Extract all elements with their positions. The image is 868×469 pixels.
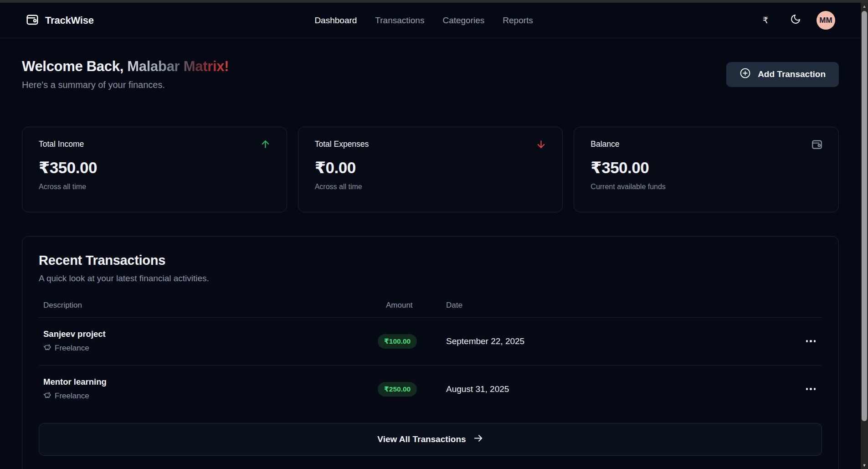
stats-section: Total Income ₹350.00 Across all time Tot… — [22, 127, 839, 212]
row-actions-menu-button[interactable] — [803, 383, 822, 395]
wallet-logo-icon — [26, 13, 39, 28]
transaction-date: September 22, 2025 — [446, 336, 790, 346]
moon-icon — [790, 14, 801, 27]
transaction-description: Mentor learning — [43, 377, 378, 387]
category-label: Freelance — [55, 392, 89, 401]
stat-title: Total Expenses — [315, 139, 546, 149]
stat-card-total-income: Total Income ₹350.00 Across all time — [22, 127, 287, 212]
piggy-bank-icon — [43, 343, 51, 353]
username-gradient: Malabar Matrix! — [127, 58, 229, 74]
piggy-bank-icon — [43, 391, 51, 401]
view-all-label: View All Transactions — [377, 434, 466, 444]
ellipsis-icon — [806, 340, 808, 342]
column-header-amount: Amount — [378, 301, 446, 310]
transaction-description: Sanjeev project — [43, 329, 378, 339]
column-header-date: Date — [446, 301, 790, 310]
column-header-description: Description — [39, 301, 378, 310]
stat-caption: Across all time — [39, 183, 270, 191]
recent-transactions-card: Recent Transactions A quick look at your… — [22, 236, 839, 469]
nav-item-transactions[interactable]: Transactions — [375, 15, 424, 26]
nav-item-reports[interactable]: Reports — [503, 15, 533, 26]
scrollbar[interactable]: ▲ ▼ — [861, 3, 868, 469]
stat-card-total-expenses: Total Expenses ₹0.00 Across all time — [298, 127, 563, 212]
transaction-category: Freelance — [43, 391, 378, 401]
stat-title: Total Income — [39, 139, 270, 149]
top-nav: TrackWise Dashboard Transactions Categor… — [0, 3, 861, 38]
table-row: Sanjeev project Freelance ₹100.00 — [39, 318, 822, 366]
transaction-date: August 31, 2025 — [446, 384, 790, 394]
arrow-right-icon — [473, 433, 483, 446]
header-actions: ₹ MM — [756, 11, 835, 30]
main-content: Welcome Back, Malabar Matrix! Here's a s… — [0, 58, 861, 469]
nav-item-categories[interactable]: Categories — [442, 15, 484, 26]
rupee-icon: ₹ — [763, 15, 768, 26]
transactions-title: Recent Transactions — [39, 253, 822, 268]
stat-card-balance: Balance ₹350.00 Current available funds — [574, 127, 839, 212]
page-subtitle: Here's a summary of your finances. — [22, 80, 229, 90]
row-actions-menu-button[interactable] — [803, 335, 822, 347]
plus-circle-icon — [740, 67, 751, 81]
stat-value: ₹350.00 — [39, 159, 270, 177]
arrow-down-icon — [535, 139, 547, 152]
welcome-section: Welcome Back, Malabar Matrix! Here's a s… — [22, 58, 839, 90]
theme-toggle-button[interactable] — [786, 11, 805, 30]
brand-name: TrackWise — [45, 15, 94, 26]
transactions-table: Description Amount Date Sanjeev project — [39, 301, 822, 413]
category-label: Freelance — [55, 344, 89, 353]
table-row: Mentor learning Freelance ₹250.00 — [39, 366, 822, 413]
stat-value: ₹0.00 — [315, 159, 546, 177]
table-header: Description Amount Date — [39, 301, 822, 318]
wallet-icon — [811, 139, 823, 152]
add-transaction-button[interactable]: Add Transaction — [726, 62, 839, 87]
currency-button[interactable]: ₹ — [756, 11, 775, 30]
greeting-prefix: Welcome Back, — [22, 58, 127, 74]
transactions-subtitle: A quick look at your latest financial ac… — [39, 273, 822, 283]
add-transaction-label: Add Transaction — [758, 69, 826, 79]
stat-caption: Current available funds — [591, 183, 822, 191]
stat-value: ₹350.00 — [591, 159, 822, 177]
scrollbar-up-arrow[interactable]: ▲ — [861, 3, 868, 10]
view-all-transactions-button[interactable]: View All Transactions — [39, 423, 822, 456]
ellipsis-icon — [806, 388, 808, 390]
scrollbar-down-arrow[interactable]: ▼ — [861, 462, 868, 469]
page-title: Welcome Back, Malabar Matrix! — [22, 58, 229, 75]
scrollbar-thumb[interactable] — [862, 11, 867, 421]
transaction-category: Freelance — [43, 343, 378, 353]
nav-item-dashboard[interactable]: Dashboard — [314, 15, 357, 26]
arrow-up-icon — [260, 139, 271, 152]
stat-title: Balance — [591, 139, 822, 149]
avatar[interactable]: MM — [817, 11, 835, 30]
stat-caption: Across all time — [315, 183, 546, 191]
window-top-edge — [0, 0, 868, 3]
main-nav: Dashboard Transactions Categories Report… — [314, 3, 533, 38]
amount-badge: ₹250.00 — [378, 382, 417, 397]
brand[interactable]: TrackWise — [26, 13, 94, 28]
amount-badge: ₹100.00 — [378, 334, 417, 349]
